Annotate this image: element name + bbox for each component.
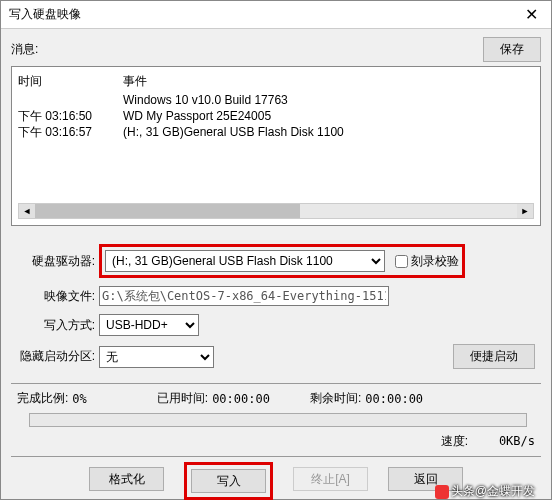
abort-button: 终止[A] [293, 467, 368, 491]
speed-label: 速度: [441, 434, 468, 448]
scroll-right-icon[interactable]: ► [517, 204, 533, 218]
remain-label: 剩余时间: [310, 390, 361, 407]
save-button[interactable]: 保存 [483, 37, 541, 62]
watermark: 头条@金蝶开发 [435, 483, 535, 500]
window-title: 写入硬盘映像 [9, 6, 511, 23]
log-row: Windows 10 v10.0 Build 17763 [18, 92, 534, 108]
col-time-header: 时间 [18, 73, 123, 90]
drive-label: 硬盘驱动器: [17, 253, 99, 270]
portable-boot-button[interactable]: 便捷启动 [453, 344, 535, 369]
write-method-select[interactable]: USB-HDD+ [99, 314, 199, 336]
hidden-part-label: 隐藏启动分区: [17, 348, 99, 365]
scroll-thumb[interactable] [35, 204, 300, 218]
log-body: Windows 10 v10.0 Build 17763 下午 03:16:50… [18, 92, 534, 201]
hidden-part-select[interactable]: 无 [99, 346, 214, 368]
log-h-scrollbar[interactable]: ◄ ► [18, 203, 534, 219]
image-label: 映像文件: [17, 288, 99, 305]
progress-value: 0% [72, 392, 86, 406]
drive-select[interactable]: (H:, 31 GB)General USB Flash Disk 1100 [105, 250, 385, 272]
close-button[interactable]: ✕ [511, 1, 551, 29]
log-panel: 时间 事件 Windows 10 v10.0 Build 17763 下午 03… [11, 66, 541, 226]
burn-check-checkbox[interactable] [395, 255, 408, 268]
progress-bar [29, 413, 527, 427]
image-file-input[interactable] [99, 286, 389, 306]
progress-label: 完成比例: [17, 390, 68, 407]
log-row: 下午 03:16:57 (H:, 31 GB)General USB Flash… [18, 124, 534, 140]
format-button[interactable]: 格式化 [89, 467, 164, 491]
speed-value: 0KB/s [499, 434, 535, 448]
remain-value: 00:00:00 [365, 392, 423, 406]
elapsed-value: 00:00:00 [212, 392, 270, 406]
col-event-header: 事件 [123, 73, 534, 90]
watermark-icon [435, 485, 449, 499]
elapsed-label: 已用时间: [157, 390, 208, 407]
burn-check-label[interactable]: 刻录校验 [391, 252, 459, 271]
method-label: 写入方式: [17, 317, 99, 334]
scroll-left-icon[interactable]: ◄ [19, 204, 35, 218]
message-label: 消息: [11, 41, 483, 58]
write-button[interactable]: 写入 [191, 469, 266, 493]
log-row: 下午 03:16:50 WD My Passport 25E24005 [18, 108, 534, 124]
